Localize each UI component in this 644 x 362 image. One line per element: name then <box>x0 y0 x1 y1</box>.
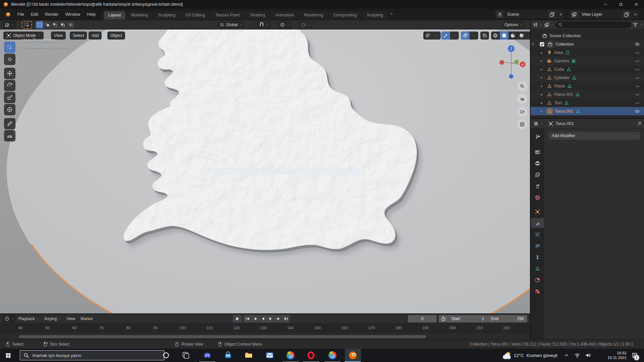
properties-tab-physics[interactable] <box>531 241 544 251</box>
disclosure-triangle[interactable]: ► <box>539 101 544 105</box>
properties-tab-constraints[interactable] <box>531 252 544 262</box>
tab-uv-editing[interactable]: UV Editing <box>181 11 210 20</box>
jump-to-start-button[interactable] <box>244 315 251 322</box>
auto-key-button[interactable] <box>233 315 241 322</box>
outliner-row-collection[interactable]: ▼Collection <box>531 40 644 48</box>
add-workspace-button[interactable]: + <box>388 10 395 19</box>
chevron-down-icon[interactable] <box>470 32 478 40</box>
jump-to-end-button[interactable] <box>282 315 290 322</box>
eye-closed-icon[interactable] <box>635 92 640 97</box>
properties-tab-texture[interactable] <box>531 286 544 296</box>
tab-scripting[interactable]: Scripting <box>362 11 388 20</box>
timeline-scroll-thumb[interactable] <box>19 335 426 338</box>
prev-keyframe-button[interactable] <box>251 315 259 322</box>
editor-type-button[interactable] <box>3 21 16 28</box>
taskbar-app-discord[interactable] <box>199 349 215 362</box>
start-button[interactable] <box>0 349 16 362</box>
viewport-menu-select[interactable]: Select <box>70 32 87 40</box>
falloff-group[interactable] <box>299 21 313 28</box>
outliner-row-area[interactable]: ►Area <box>531 48 644 57</box>
weather-widget[interactable]: 12°C Kısmen güneşli <box>502 349 557 362</box>
properties-tab-tool[interactable] <box>531 131 544 141</box>
taskbar-clock[interactable]: 16:52 10.11.2021 <box>607 349 627 362</box>
timeline-menu-marker[interactable]: Marker <box>78 316 96 321</box>
taskbar-app-blender[interactable] <box>345 349 361 362</box>
disclosure-triangle[interactable]: ► <box>539 59 544 63</box>
notification-button[interactable]: 1 <box>628 349 641 362</box>
chevron-down-icon[interactable] <box>526 32 530 40</box>
taskbar-app-chrome[interactable] <box>282 349 299 362</box>
gizmo-x-neg[interactable] <box>499 60 504 65</box>
frame-end-field[interactable]: End 250 <box>488 315 527 322</box>
outliner-search[interactable] <box>555 21 631 28</box>
display-mode-icon[interactable] <box>544 22 549 27</box>
tool-select-box[interactable] <box>4 42 15 53</box>
options-dropdown[interactable]: Options <box>502 21 525 28</box>
outliner-editor-icon[interactable] <box>533 22 538 27</box>
tab-rendering[interactable]: Rendering <box>299 11 328 20</box>
eye-open-icon[interactable] <box>635 42 640 47</box>
gizmo-toggle[interactable] <box>441 32 450 40</box>
tray-expand-button[interactable] <box>561 349 572 362</box>
play-reverse-button[interactable] <box>259 315 267 322</box>
disclosure-triangle[interactable]: ► <box>539 110 544 113</box>
tool-rotate[interactable] <box>4 80 15 91</box>
proportional-edit-group[interactable] <box>278 21 292 28</box>
view-layer-copy-icon[interactable] <box>622 10 631 18</box>
scene-copy-icon[interactable] <box>547 10 556 18</box>
tab-shading[interactable]: Shading <box>245 11 270 20</box>
properties-tab-object[interactable] <box>531 206 544 217</box>
taskbar-app-explorer[interactable] <box>240 349 257 362</box>
maximize-button[interactable] <box>613 0 629 9</box>
next-keyframe-button[interactable] <box>274 315 282 322</box>
disclosure-triangle[interactable]: ► <box>539 76 544 79</box>
shading-material[interactable] <box>508 32 517 40</box>
scene-icon[interactable] <box>495 10 504 18</box>
pan-button[interactable] <box>517 94 527 104</box>
view-layer-selector[interactable]: View Layer <box>570 10 639 18</box>
outliner-row-text[interactable]: ►Text <box>531 99 644 107</box>
tab-layout[interactable]: Layout <box>104 11 126 20</box>
eye-closed-icon[interactable] <box>635 67 640 72</box>
disclosure-triangle[interactable]: ► <box>539 84 544 88</box>
select-mode-subtract[interactable] <box>51 21 59 28</box>
disclosure-triangle[interactable]: ► <box>539 51 544 54</box>
disclosure-triangle[interactable]: ► <box>539 68 544 71</box>
properties-tab-render[interactable] <box>531 147 544 157</box>
blender-menu-button[interactable] <box>2 10 14 18</box>
viewport-menu-add[interactable]: Add <box>89 32 102 40</box>
menu-window[interactable]: Window <box>62 11 84 18</box>
properties-tab-view-layer[interactable] <box>531 170 544 180</box>
use-preview-range-button[interactable] <box>439 315 448 322</box>
current-frame-field[interactable]: 0 <box>408 315 437 322</box>
collection-checkbox[interactable] <box>539 42 545 47</box>
properties-tab-modifiers[interactable] <box>531 218 544 228</box>
taskbar-app-cortana[interactable] <box>158 349 174 362</box>
xray-toggle[interactable] <box>480 32 489 40</box>
outliner-row-plane[interactable]: ►Plane <box>531 82 644 90</box>
eye-closed-icon[interactable] <box>635 58 640 64</box>
menu-help[interactable]: Help <box>84 11 99 18</box>
outliner-row-camera[interactable]: ►Camera <box>531 57 644 65</box>
transform-orientation-dropdown[interactable]: Global <box>217 21 245 28</box>
view-layer-remove-icon[interactable] <box>631 10 639 18</box>
chevron-down-icon[interactable] <box>432 32 441 40</box>
close-button[interactable] <box>629 0 644 9</box>
navigation-gizmo[interactable]: Z Y X <box>496 43 527 80</box>
timeline-menu-playback[interactable]: Playback <box>16 316 42 321</box>
timeline-ruler[interactable]: 4050607080901001101201301401501601701801… <box>0 323 530 334</box>
outliner-row-torus-001[interactable]: ►Torus.001 <box>531 107 644 115</box>
timeline-editor-button[interactable] <box>3 315 16 322</box>
properties-editor-icon[interactable] <box>533 121 539 126</box>
tool-scale[interactable] <box>4 92 15 103</box>
shading-wireframe[interactable] <box>491 32 500 40</box>
tool-measure[interactable] <box>4 130 15 141</box>
tab-modeling[interactable]: Modeling <box>126 11 153 20</box>
properties-tab-output[interactable] <box>531 158 544 168</box>
menu-edit[interactable]: Edit <box>28 11 42 18</box>
chevron-down-icon[interactable] <box>450 32 459 40</box>
taskbar-app-task-view[interactable] <box>178 349 194 362</box>
tool-transform[interactable] <box>4 104 15 115</box>
filter-icon[interactable] <box>633 22 638 27</box>
wifi-icon[interactable] <box>572 349 582 362</box>
